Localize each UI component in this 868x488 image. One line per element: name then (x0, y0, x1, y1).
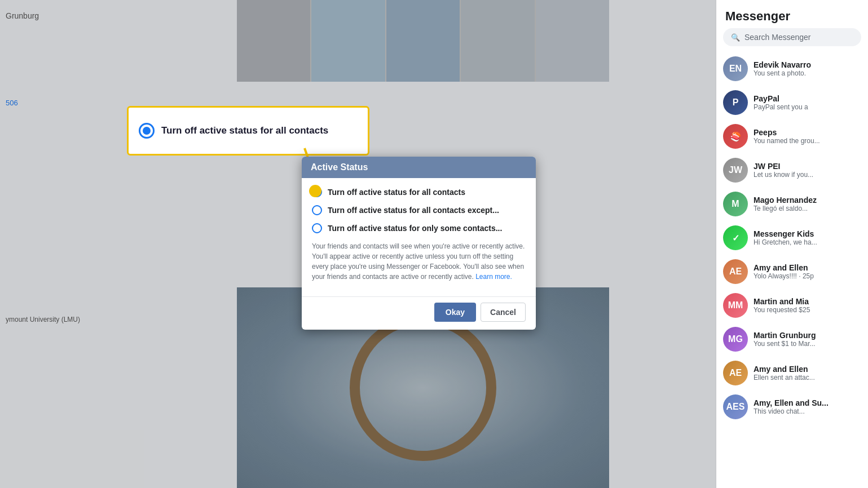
contact-item[interactable]: JWJW PEILet us know if you... (716, 153, 868, 187)
contact-name: Martin and Mia (754, 297, 861, 306)
contact-name: Peeps (754, 128, 861, 137)
radio-circle-some (312, 223, 322, 233)
contact-info: PeepsYou named the grou... (754, 128, 861, 145)
radio-label-all: Turn off active status for all contacts (328, 188, 465, 197)
contact-item[interactable]: PPayPalPayPal sent you a (716, 86, 868, 119)
contact-name: Amy and Ellen (754, 365, 861, 374)
contact-item[interactable]: ✓Messenger KidsHi Gretchen, we ha... (716, 221, 868, 255)
avatar: AE (723, 259, 748, 284)
contact-name: Mago Hernandez (754, 196, 861, 205)
contact-name: Amy, Ellen and Su... (754, 398, 861, 407)
contact-item[interactable]: AEAmy and EllenYolo Always!!!! · 25p (716, 255, 868, 289)
contact-name: Martin Grunburg (754, 331, 861, 340)
contact-preview: You sent $1 to Mar... (754, 340, 861, 348)
modal-footer: Okay Cancel (302, 296, 536, 330)
avatar: EN (723, 56, 748, 81)
radio-label-except: Turn off active status for all contacts … (328, 206, 499, 215)
avatar: 🍣 (723, 124, 748, 149)
modal-header: Active Status (302, 157, 536, 178)
callout-box: Turn off active status for all contacts (127, 106, 369, 156)
contact-preview: You requested $25 (754, 306, 861, 314)
contact-item[interactable]: 🍣PeepsYou named the grou... (716, 119, 868, 153)
okay-button[interactable]: Okay (434, 303, 476, 322)
avatar: AES (723, 394, 748, 419)
contact-info: Amy, Ellen and Su...This video chat... (754, 398, 861, 415)
contact-preview: Ellen sent an attac... (754, 374, 861, 381)
messenger-sidebar: Messenger 🔍 Search Messenger ENEdevik Na… (716, 0, 868, 488)
contact-info: Amy and EllenEllen sent an attac... (754, 365, 861, 381)
contact-name: Amy and Ellen (754, 263, 861, 272)
radio-option-some[interactable]: Turn off active status for only some con… (312, 223, 526, 233)
avatar: MG (723, 327, 748, 352)
contact-name: JW PEI (754, 162, 861, 171)
callout-radio-icon (139, 123, 155, 139)
contact-preview: Let us know if you... (754, 171, 861, 179)
radio-option-except[interactable]: Turn off active status for all contacts … (312, 205, 526, 215)
contact-name: Edevik Navarro (754, 60, 861, 69)
contact-info: Edevik NavarroYou sent a photo. (754, 60, 861, 77)
avatar: P (723, 90, 748, 115)
avatar: M (723, 192, 748, 216)
info-text: Your friends and contacts will see when … (312, 241, 526, 282)
cancel-button[interactable]: Cancel (481, 303, 526, 322)
contact-item[interactable]: MMMartin and MiaYou requested $25 (716, 289, 868, 322)
messenger-search-bar[interactable]: 🔍 Search Messenger (723, 28, 861, 46)
contact-name: Messenger Kids (754, 229, 861, 238)
avatar: JW (723, 158, 748, 183)
yellow-indicator-dot (309, 185, 321, 197)
contact-item[interactable]: AEAmy and EllenEllen sent an attac... (716, 356, 868, 390)
contact-preview: This video chat... (754, 407, 861, 415)
contact-info: Mago HernandezTe llegó el saldo... (754, 196, 861, 212)
contact-info: JW PEILet us know if you... (754, 162, 861, 179)
avatar: ✓ (723, 225, 748, 250)
callout-radio-fill (143, 127, 151, 135)
search-icon: 🔍 (731, 33, 740, 42)
callout-text: Turn off active status for all contacts (161, 125, 328, 136)
contact-preview: Te llegó el saldo... (754, 205, 861, 212)
radio-label-some: Turn off active status for only some con… (328, 224, 502, 233)
contact-preview: PayPal sent you a (754, 103, 861, 111)
contact-item[interactable]: AESAmy, Ellen and Su...This video chat..… (716, 390, 868, 424)
contact-item[interactable]: ENEdevik NavarroYou sent a photo. (716, 52, 868, 86)
contact-item[interactable]: MGMartin GrunburgYou sent $1 to Mar... (716, 322, 868, 356)
modal-title: Active Status (311, 162, 368, 172)
contact-item[interactable]: MMago HernandezTe llegó el saldo... (716, 187, 868, 221)
contact-info: Martin GrunburgYou sent $1 to Mar... (754, 331, 861, 348)
contact-info: PayPalPayPal sent you a (754, 94, 861, 111)
avatar: MM (723, 293, 748, 318)
contact-preview: Hi Gretchen, we ha... (754, 238, 861, 246)
modal-body: Turn off active status for all contacts … (302, 178, 536, 296)
contact-preview: You named the grou... (754, 137, 861, 145)
contact-preview: You sent a photo. (754, 69, 861, 77)
radio-option-all[interactable]: Turn off active status for all contacts (312, 187, 526, 197)
contact-info: Amy and EllenYolo Always!!!! · 25p (754, 263, 861, 280)
active-status-modal: Active Status Turn off active status for… (302, 157, 536, 330)
messenger-title: Messenger (716, 0, 868, 28)
avatar: AE (723, 361, 748, 385)
contact-info: Martin and MiaYou requested $25 (754, 297, 861, 314)
contact-list: ENEdevik NavarroYou sent a photo.PPayPal… (716, 52, 868, 488)
learn-more-link[interactable]: Learn more. (475, 273, 512, 281)
contact-preview: Yolo Always!!!! · 25p (754, 272, 861, 280)
contact-info: Messenger KidsHi Gretchen, we ha... (754, 229, 861, 246)
radio-circle-except (312, 205, 322, 215)
search-placeholder-text: Search Messenger (744, 33, 811, 42)
contact-name: PayPal (754, 94, 861, 103)
